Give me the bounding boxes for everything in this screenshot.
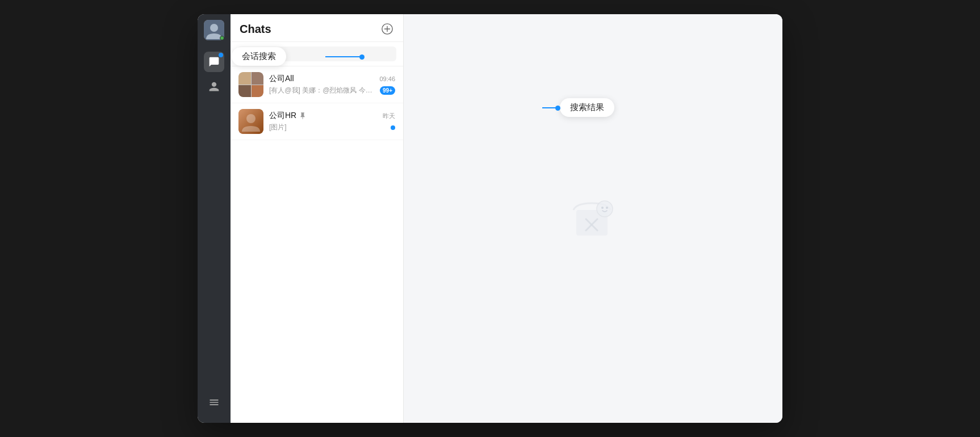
- chat-name: 公司HR: [269, 111, 307, 121]
- search-icon: [243, 50, 251, 58]
- chat-preview: [有人@我] 美娜：@烈焰微风 今天...: [269, 86, 376, 95]
- sidebar-bottom: [204, 392, 224, 417]
- chat-info: 公司HR 昨天 [图片]: [269, 111, 395, 132]
- svg-point-4: [246, 114, 256, 123]
- sidebar-item-chats[interactable]: [204, 52, 224, 72]
- pin-icon: [299, 112, 307, 120]
- unread-dot: [391, 125, 395, 130]
- chat-panel-title: Chats: [240, 23, 271, 36]
- chat-unread-badge: [219, 53, 223, 57]
- chat-info: 公司All 09:46 [有人@我] 美娜：@烈焰微风 今天... 99+: [269, 74, 395, 95]
- chat-preview: [图片]: [269, 123, 387, 132]
- main-content: [404, 14, 782, 423]
- chat-item[interactable]: 公司HR 昨天 [图片]: [231, 103, 403, 140]
- online-status-dot: [220, 36, 224, 40]
- hr-avatar: [238, 109, 263, 134]
- user-avatar[interactable]: [204, 20, 224, 40]
- chat-time: 09:46: [379, 75, 395, 82]
- chat-name: 公司All: [269, 74, 294, 84]
- chat-items-list: 公司All 09:46 [有人@我] 美娜：@烈焰微风 今天... 99+: [231, 66, 403, 423]
- empty-icon: [568, 193, 619, 244]
- chat-item[interactable]: 公司All 09:46 [有人@我] 美娜：@烈焰微风 今天... 99+: [231, 66, 403, 103]
- new-chat-button[interactable]: [380, 22, 394, 36]
- chat-avatar: [238, 72, 263, 97]
- svg-point-6: [597, 201, 613, 217]
- svg-point-8: [606, 207, 608, 209]
- sidebar-item-menu[interactable]: [204, 392, 224, 413]
- search-bar: [231, 42, 403, 66]
- group-avatar: [238, 72, 263, 97]
- unread-badge: 99+: [380, 86, 395, 95]
- chat-list-panel: Chats: [231, 14, 404, 423]
- search-input[interactable]: [254, 49, 391, 58]
- chat-avatar: [238, 109, 263, 134]
- chat-header: Chats: [231, 14, 403, 42]
- svg-point-7: [601, 207, 604, 209]
- svg-point-1: [210, 24, 218, 32]
- search-input-wrapper[interactable]: [237, 47, 396, 61]
- chat-time: 昨天: [383, 112, 395, 120]
- empty-state: [568, 193, 619, 244]
- sidebar: [198, 14, 231, 423]
- sidebar-item-contacts[interactable]: [204, 77, 224, 97]
